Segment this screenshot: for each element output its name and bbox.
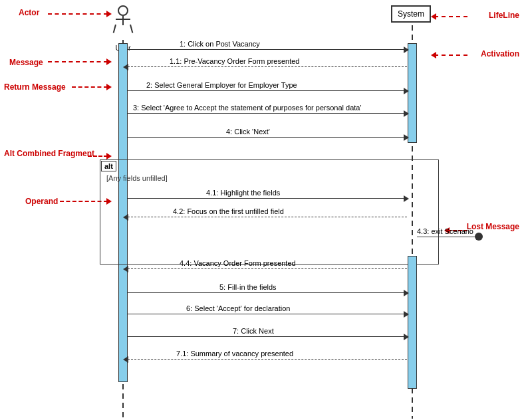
return-dashed-line [72,86,108,88]
actor-head [118,5,128,16]
return-arrow [106,84,112,90]
msg1-text: 1: Click on Post Vacancy [180,40,260,48]
actor-right-leg [130,25,133,33]
msg7-arrow [404,334,409,340]
msg4-1-arrow [404,195,409,202]
alt-arrow [106,153,112,159]
system-activation-box [408,43,417,143]
msg4-4-text: 4.4: Vacancy Order Form presented [180,259,296,267]
activation-arrow-left [431,52,436,58]
message-dashed-line [48,61,108,62]
operand-annotation: Operand [25,197,58,206]
alt-annotation: Alt Combined Fragment [4,149,94,158]
system-box: System [391,5,431,23]
msg3-line [128,113,407,114]
system-activation-box-2 [408,256,417,389]
msg4-text: 4: Click 'Next' [226,128,270,136]
actor-left-leg [113,25,116,33]
actor-arms [116,19,130,20]
lifeline-dashed-line [434,16,467,17]
msg1-line [128,49,407,50]
lifeline-annotation: LifeLine [489,11,519,20]
activation-dashed-line [434,54,467,56]
msg4-3-line [417,237,477,237]
message-annotation: Message [9,58,43,67]
msg2-arrow [404,88,409,94]
alt-dashed-line [88,156,108,157]
msg6-arrow [404,311,409,318]
msg5-text: 5: Fill-in the fields [219,283,277,291]
msg7-1-text: 7.1: Summary of vacancy presented [176,350,293,358]
msg4-line [128,137,407,138]
message-arrow [106,58,112,65]
msg7-text: 7: Click Next [233,327,274,335]
msg4-1-text: 4.1: Highlight the fields [206,189,280,197]
lost-message-annotation: Lost Message [467,222,519,231]
return-message-annotation: Return Message [4,82,66,92]
lost-message-dot [475,233,483,241]
msg2-line [128,90,407,91]
sequence-diagram: Actor Message Return Message Alt Combine… [0,0,526,420]
msg4-2-text: 4.2: Focus on the first unfilled field [173,207,284,215]
msg1-arrow [404,47,409,53]
msg4-4-line [128,268,407,269]
actor-body [122,16,124,25]
operand-condition: [Any fields unfilled] [106,174,168,182]
msg4-arrow [404,134,409,141]
activation-annotation: Activation [481,49,519,58]
msg7-1-arrow [123,356,128,363]
alt-box-label: alt [101,161,116,171]
lifeline-arrow-left [431,13,436,20]
actor-dashed-line [48,13,108,15]
msg1-1-text: 1.1: Pre-Vacancy Order Form presented [170,57,299,65]
system-label: System [398,9,424,19]
actor-arrow [106,11,112,17]
msg7-line [128,336,407,337]
msg4-2-arrow [123,214,128,221]
msg7-1-line [128,359,407,360]
msg2-text: 2: Select General Employer for Employer … [146,81,297,89]
msg1-1-arrow [123,64,128,70]
msg1-1-line [128,66,407,67]
msg6-text: 6: Select 'Accept' for declaration [186,304,290,312]
msg4-1-line [128,198,407,199]
msg5-arrow [404,290,409,296]
msg4-3-text: 4.3: exit Scenario [417,227,473,235]
msg3-arrow [404,110,409,117]
msg3-text: 3: Select 'Agree to Accept the statement… [133,104,362,112]
msg5-line [128,292,407,293]
actor-annotation: Actor [19,8,39,17]
msg4-2-line [128,217,407,217]
msg4-4-arrow [123,266,128,272]
msg6-line [128,314,407,314]
